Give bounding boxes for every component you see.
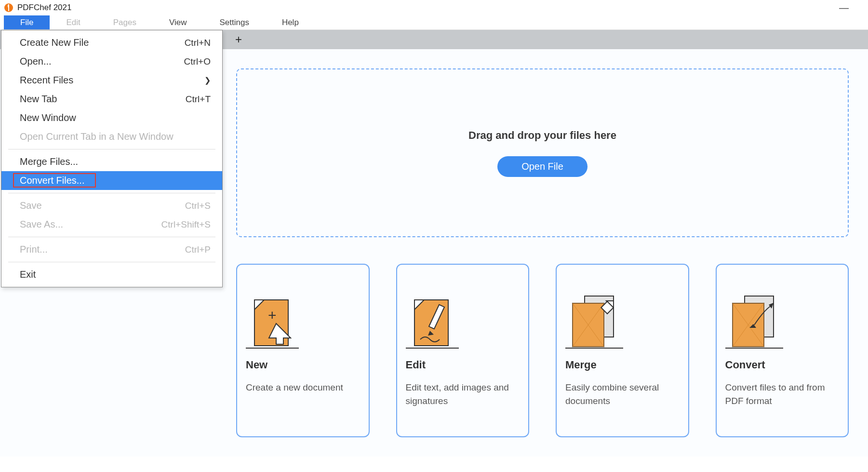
menu-exit[interactable]: Exit [1,265,222,284]
menu-item-label: Create New File [20,37,89,48]
menu-help[interactable]: Help [266,15,315,29]
menu-new-tab[interactable]: New Tab Ctrl+T [1,90,222,108]
menu-convert-files[interactable]: Convert Files... [1,171,222,190]
cards-row: + New Create a new document Edit Edi [236,264,849,437]
card-edit[interactable]: Edit Edit text, add images and signature… [396,264,530,437]
minimize-button[interactable]: — [839,2,849,13]
menu-print: Print... Ctrl+P [1,240,222,259]
menu-separator [8,193,215,193]
convert-documents-icon [725,277,840,349]
edit-document-icon [406,277,520,349]
menu-item-label: Open Current Tab in a New Window [20,131,174,142]
menu-edit[interactable]: Edit [50,15,96,29]
menu-save-as: Save As... Ctrl+Shift+S [1,215,222,234]
menu-item-shortcut: Ctrl+P [185,244,211,255]
chevron-right-icon: ❯ [204,76,211,85]
open-file-button[interactable]: Open File [497,156,588,177]
card-convert[interactable]: Convert Convert files to and from PDF fo… [716,264,849,437]
svg-text:+: + [268,307,277,323]
menu-item-shortcut: Ctrl+N [185,38,211,48]
card-new-desc: Create a new document [246,381,360,394]
menu-item-shortcut: Ctrl+Shift+S [161,219,211,230]
menu-new-window[interactable]: New Window [1,108,222,127]
menu-separator [8,237,215,237]
menu-view[interactable]: View [153,15,203,29]
card-convert-title: Convert [725,359,840,371]
titlebar: PDFChef 2021 — [0,0,868,15]
menu-merge-files[interactable]: Merge Files... [1,152,222,171]
dropzone-text: Drag and drop your files here [468,129,616,142]
menu-separator [8,149,215,149]
app-icon [4,3,13,13]
card-edit-desc: Edit text, add images and signatures [406,381,520,407]
dropzone[interactable]: Drag and drop your files here Open File [236,68,849,237]
menu-save: Save Ctrl+S [1,196,222,215]
menu-item-label: New Window [20,112,76,123]
card-new[interactable]: + New Create a new document [236,264,370,437]
menu-item-shortcut: Ctrl+S [185,201,211,211]
new-document-icon: + [246,277,360,349]
menu-item-label: Recent Files [20,75,73,86]
menubar: File Edit Pages View Settings Help [0,15,868,30]
menu-recent-files[interactable]: Recent Files ❯ [1,71,222,90]
plus-icon: + [235,33,242,46]
new-tab-button[interactable]: + [231,32,246,47]
menu-pages[interactable]: Pages [97,15,153,29]
menu-item-label: Merge Files... [20,156,78,167]
merge-documents-icon [565,277,680,349]
card-convert-desc: Convert files to and from PDF format [725,381,840,407]
menu-settings[interactable]: Settings [203,15,265,29]
menu-item-shortcut: Ctrl+T [186,94,211,105]
menu-open[interactable]: Open... Ctrl+O [1,52,222,71]
menu-item-label: Print... [20,244,48,255]
card-merge[interactable]: Merge Easily combine several documents [556,264,689,437]
menu-item-shortcut: Ctrl+O [184,56,211,67]
card-edit-title: Edit [406,359,520,371]
menu-item-label: Open... [20,56,52,67]
app-title: PDFChef 2021 [17,3,71,13]
menu-open-current-tab-new-window: Open Current Tab in a New Window [1,127,222,146]
card-merge-title: Merge [565,359,680,371]
menu-item-label: Save [20,200,42,211]
menu-item-label: Convert Files... [20,175,84,186]
menu-separator [8,262,215,262]
card-new-title: New [246,359,360,371]
menu-file[interactable]: File [4,15,50,29]
file-menu-dropdown: Create New File Ctrl+N Open... Ctrl+O Re… [1,30,223,287]
menu-create-new-file[interactable]: Create New File Ctrl+N [1,33,222,52]
menu-item-label: Exit [20,269,36,280]
menu-item-label: New Tab [20,94,57,105]
card-merge-desc: Easily combine several documents [565,381,680,407]
menu-item-label: Save As... [20,219,63,230]
